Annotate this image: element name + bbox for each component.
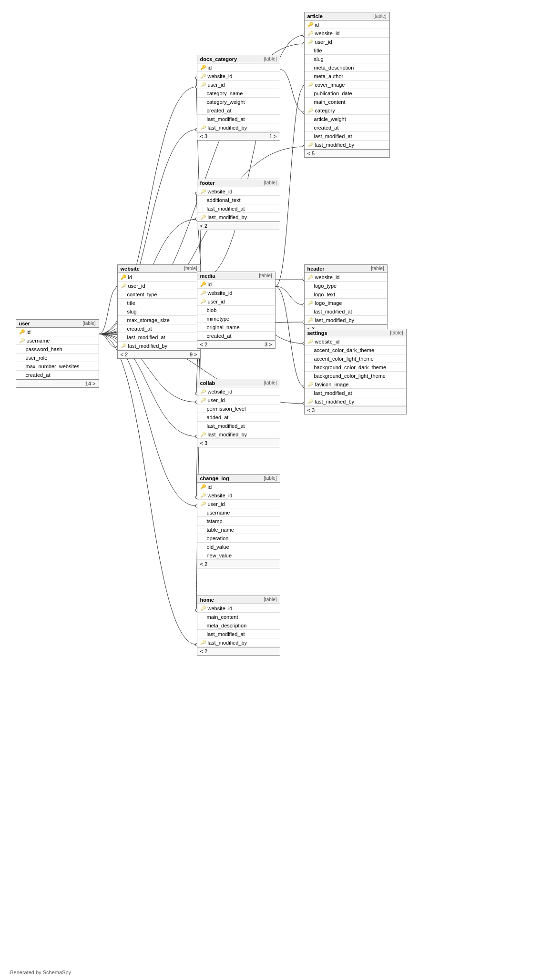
foreign-key-icon: 🔑 [307, 39, 313, 44]
table-row-settings-3: background_color_dark_theme [305, 363, 406, 372]
row-name-collab-3: added_at [207, 414, 229, 420]
row-name-change_log-0: id [208, 484, 212, 490]
row-name-article-12: created_at [314, 125, 339, 131]
table-row-docs_category-3: category_name [197, 89, 280, 98]
row-name-settings-4: background_color_light_theme [314, 373, 386, 379]
table-row-media-1: 🔑website_id [197, 289, 275, 297]
table-header-docs_category: docs_category[table] [197, 55, 280, 63]
foreign-key-icon: 🔑 [307, 82, 313, 87]
table-label-collab: [table] [264, 380, 276, 386]
table-label-footer: [table] [264, 180, 276, 186]
foreign-key-icon: 🔑 [19, 338, 25, 343]
row-name-collab-4: last_modified_at [207, 423, 245, 429]
table-row-website-4: slug [118, 307, 200, 316]
row-name-article-7: cover_image [315, 82, 345, 88]
table-collab: collab[table]🔑website_id🔑user_idpermissi… [197, 379, 280, 447]
table-user: user[table]🔑id🔑usernamepassword_hashuser… [16, 319, 99, 388]
table-label-change_log: [table] [264, 475, 276, 481]
row-name-header-0: website_id [315, 274, 340, 280]
table-label-header: [table] [371, 266, 384, 272]
row-name-article-11: article_weight [314, 116, 346, 122]
foreign-key-icon: 🔑 [200, 389, 206, 394]
table-row-docs_category-0: 🔑id [197, 63, 280, 72]
row-name-settings-3: background_color_dark_theme [314, 364, 387, 370]
table-row-header-2: logo_text [305, 290, 387, 299]
row-name-settings-0: website_id [315, 339, 340, 344]
table-row-header-3: 🔑logo_image [305, 299, 387, 307]
row-name-header-2: logo_text [314, 292, 336, 297]
row-name-article-14: last_modified_by [315, 142, 355, 148]
row-name-media-6: created_at [207, 333, 232, 339]
footer-left-change_log: < 2 [200, 561, 208, 567]
row-name-docs_category-0: id [208, 65, 212, 71]
table-row-settings-7: 🔑last_modified_by [305, 397, 406, 406]
table-row-docs_category-7: 🔑last_modified_by [197, 123, 280, 132]
table-row-change_log-4: tstamp [197, 517, 280, 525]
table-label-user: [table] [82, 321, 95, 326]
table-row-article-7: 🔑cover_image [305, 81, 389, 89]
footer-left-docs_category: < 3 [200, 133, 208, 139]
table-row-settings-0: 🔑website_id [305, 337, 406, 346]
foreign-key-icon: 🔑 [307, 30, 313, 36]
row-name-media-0: id [208, 282, 212, 287]
table-row-change_log-8: new_value [197, 551, 280, 560]
row-name-docs_category-1: website_id [208, 73, 233, 79]
table-row-website-1: 🔑user_id [118, 282, 200, 290]
table-row-article-0: 🔑id [305, 20, 389, 29]
table-row-website-0: 🔑id [118, 273, 200, 282]
table-name-change_log: change_log [200, 475, 229, 481]
table-row-website-5: max_storage_size [118, 316, 200, 324]
table-row-article-5: meta_description [305, 63, 389, 72]
table-row-user-2: password_hash [16, 345, 99, 354]
table-home: home[table]🔑website_idmain_contentmeta_d… [197, 596, 280, 656]
row-name-collab-5: last_modified_by [208, 432, 247, 437]
row-name-footer-1: additional_text [207, 197, 241, 203]
row-name-docs_category-5: created_at [207, 108, 232, 113]
row-name-footer-0: website_id [208, 189, 233, 194]
table-label-website: [table] [184, 266, 197, 272]
table-header-change_log: change_log[table] [197, 475, 280, 483]
table-header: header[table]🔑website_idlogo_typelogo_te… [304, 264, 388, 333]
foreign-key-icon: 🔑 [200, 397, 206, 403]
table-footer-footer: < 2 [197, 222, 280, 230]
row-name-header-3: logo_image [315, 300, 342, 306]
footer-left-settings: < 3 [307, 407, 315, 413]
table-media: media[table]🔑id🔑website_id🔑user_idblobmi… [197, 272, 276, 349]
table-footer-website: < 29 > [118, 350, 200, 358]
foreign-key-icon: 🔑 [200, 82, 206, 87]
table-row-footer-3: 🔑last_modified_by [197, 213, 280, 222]
table-row-collab-3: added_at [197, 413, 280, 422]
row-name-change_log-1: website_id [208, 493, 233, 498]
row-name-website-3: title [127, 300, 135, 306]
table-label-home: [table] [264, 597, 276, 603]
table-row-change_log-6: operation [197, 534, 280, 543]
row-name-article-13: last_modified_at [314, 133, 352, 139]
row-name-change_log-2: user_id [208, 501, 225, 507]
row-name-change_log-4: tstamp [207, 518, 223, 524]
row-name-media-1: website_id [208, 290, 233, 296]
table-row-header-1: logo_type [305, 282, 387, 290]
primary-key-icon: 🔑 [200, 484, 206, 489]
foreign-key-icon: 🔑 [307, 300, 313, 305]
row-name-settings-1: accent_color_dark_theme [314, 347, 375, 353]
row-name-change_log-7: old_value [207, 544, 229, 550]
row-name-collab-2: permission_level [207, 406, 246, 412]
table-row-collab-5: 🔑last_modified_by [197, 430, 280, 439]
table-name-footer: footer [200, 180, 215, 186]
table-row-docs_category-2: 🔑user_id [197, 81, 280, 89]
row-name-change_log-5: table_name [207, 527, 235, 533]
row-name-collab-1: user_id [208, 397, 225, 403]
table-settings: settings[table]🔑website_idaccent_color_d… [304, 329, 407, 414]
row-name-article-2: user_id [315, 39, 332, 45]
table-row-home-4: 🔑last_modified_by [197, 638, 280, 647]
table-row-settings-6: last_modified_at [305, 389, 406, 397]
table-row-media-4: mimetype [197, 314, 275, 323]
table-row-header-5: 🔑last_modified_by [305, 316, 387, 324]
table-header-article: article[table] [305, 12, 389, 20]
foreign-key-icon: 🔑 [200, 125, 206, 130]
table-row-article-13: last_modified_at [305, 132, 389, 141]
row-name-user-2: password_hash [26, 346, 62, 352]
table-row-settings-1: accent_color_dark_theme [305, 346, 406, 354]
row-name-home-1: main_content [207, 614, 238, 620]
table-header-collab: collab[table] [197, 379, 280, 387]
